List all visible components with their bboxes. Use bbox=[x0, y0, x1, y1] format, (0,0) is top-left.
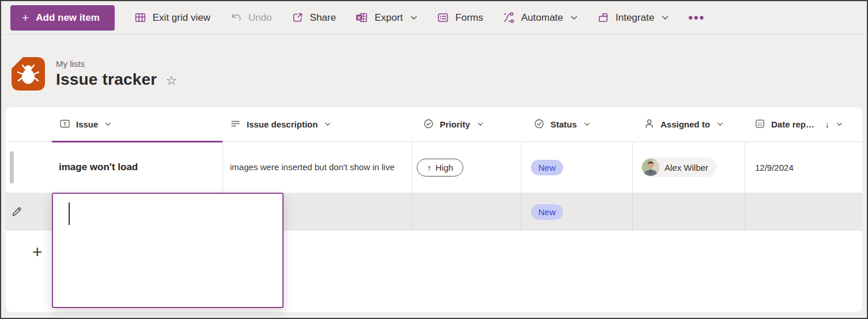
command-bar: + Add new item Exit grid view Undo bbox=[1, 1, 867, 35]
add-row-plus-button[interactable]: + bbox=[32, 243, 43, 261]
list-title-band: My lists Issue tracker ☆ bbox=[1, 35, 867, 107]
choice-column-icon bbox=[423, 118, 434, 131]
calendar-icon bbox=[754, 118, 765, 131]
chevron-down-icon bbox=[477, 122, 484, 126]
column-header-assigned-to[interactable]: Assigned to bbox=[632, 107, 745, 141]
chevron-down-icon bbox=[571, 16, 578, 20]
column-label: Status bbox=[550, 119, 577, 129]
export-button[interactable]: X Export bbox=[356, 12, 417, 24]
grid-view-icon bbox=[134, 12, 146, 24]
exit-grid-view-label: Exit grid view bbox=[153, 12, 210, 24]
chevron-down-icon bbox=[105, 122, 111, 126]
column-header-issue-description[interactable]: Issue description bbox=[222, 107, 412, 141]
more-commands-button[interactable]: ••• bbox=[688, 10, 705, 25]
multiline-text-icon bbox=[230, 118, 241, 131]
column-label: Date rep… bbox=[771, 119, 814, 129]
undo-button[interactable]: Undo bbox=[230, 12, 272, 24]
status-badge[interactable]: New bbox=[531, 160, 563, 175]
forms-icon bbox=[437, 12, 449, 24]
column-header-status[interactable]: Status bbox=[521, 107, 632, 141]
cell-priority[interactable]: ↑ High bbox=[412, 142, 521, 193]
cell-issue[interactable]: image won't load bbox=[52, 142, 222, 193]
cell-assigned-to[interactable]: Alex Wilber bbox=[632, 142, 745, 193]
automate-label: Automate bbox=[521, 12, 563, 24]
status-badge[interactable]: New bbox=[531, 204, 563, 220]
cell-priority[interactable] bbox=[412, 193, 521, 231]
row-gutter bbox=[6, 142, 52, 193]
text-column-t: T bbox=[63, 121, 67, 127]
column-header-priority[interactable]: Priority bbox=[412, 107, 521, 141]
automate-button[interactable]: Automate bbox=[503, 12, 578, 24]
table-row[interactable]: image won't load images were inserted bu… bbox=[6, 142, 862, 193]
cell-date-reported[interactable] bbox=[745, 193, 862, 231]
choice-column-icon bbox=[534, 118, 545, 131]
exit-grid-view-button[interactable]: Exit grid view bbox=[134, 12, 210, 24]
export-excel-icon: X bbox=[356, 12, 368, 24]
integrate-icon bbox=[597, 12, 609, 24]
text-cursor bbox=[69, 202, 70, 225]
export-label: Export bbox=[375, 12, 403, 24]
cell-date-reported[interactable]: 12/9/2024 bbox=[745, 142, 862, 193]
export-x-letter: X bbox=[357, 15, 361, 21]
undo-icon bbox=[230, 12, 242, 24]
share-label: Share bbox=[310, 12, 336, 24]
chevron-down-icon bbox=[410, 16, 417, 20]
grid-header-row: T Issue Issue description bbox=[6, 107, 862, 142]
undo-label: Undo bbox=[248, 12, 272, 24]
row-drag-handle[interactable] bbox=[10, 151, 14, 183]
breadcrumb-my-lists[interactable]: My lists bbox=[56, 59, 85, 69]
cell-issue-description[interactable]: images were inserted but don't show in l… bbox=[222, 142, 412, 193]
cell-status[interactable]: New bbox=[521, 193, 632, 231]
share-button[interactable]: Share bbox=[292, 12, 336, 24]
avatar bbox=[642, 159, 659, 176]
chevron-down-icon bbox=[662, 16, 669, 20]
integrate-button[interactable]: Integrate bbox=[597, 12, 669, 24]
chevron-down-icon bbox=[717, 122, 723, 126]
chevron-down-icon bbox=[324, 122, 331, 126]
column-label: Priority bbox=[440, 119, 470, 129]
date-reported-value: 12/9/2024 bbox=[755, 163, 794, 172]
column-header-date-reported[interactable]: Date rep… ↓ bbox=[745, 107, 862, 141]
list-titles: My lists Issue tracker ☆ bbox=[56, 59, 177, 89]
cell-assigned-to[interactable] bbox=[632, 193, 745, 231]
forms-label: Forms bbox=[455, 12, 483, 24]
forms-button[interactable]: Forms bbox=[437, 12, 483, 24]
chevron-down-icon bbox=[584, 122, 590, 126]
bug-list-icon bbox=[10, 56, 46, 92]
issue-title: image won't load bbox=[59, 162, 138, 173]
chevron-down-icon bbox=[836, 122, 843, 126]
integrate-label: Integrate bbox=[616, 12, 654, 24]
priority-up-arrow-icon: ↑ bbox=[427, 163, 432, 172]
add-new-item-button[interactable]: + Add new item bbox=[10, 5, 115, 31]
column-header-issue[interactable]: T Issue bbox=[52, 107, 222, 141]
priority-value: High bbox=[436, 163, 454, 172]
text-column-icon: T bbox=[59, 118, 70, 131]
page-title: Issue tracker bbox=[56, 70, 157, 89]
column-label: Assigned to bbox=[661, 119, 710, 129]
sort-descending-icon: ↓ bbox=[825, 119, 829, 130]
row-gutter bbox=[6, 193, 52, 231]
issue-cell-editor[interactable] bbox=[52, 193, 284, 308]
favorite-star-icon[interactable]: ☆ bbox=[165, 72, 177, 87]
column-label: Issue bbox=[76, 119, 98, 129]
person-pill[interactable]: Alex Wilber bbox=[641, 157, 716, 177]
plus-icon: + bbox=[22, 12, 29, 24]
priority-pill[interactable]: ↑ High bbox=[417, 159, 463, 177]
share-icon bbox=[292, 12, 304, 24]
pencil-edit-icon bbox=[11, 206, 22, 217]
column-label: Issue description bbox=[247, 119, 318, 129]
issue-description-text: images were inserted but don't show in l… bbox=[230, 161, 406, 174]
person-icon bbox=[644, 118, 655, 131]
add-new-item-label: Add new item bbox=[36, 12, 100, 24]
automate-flow-icon bbox=[503, 12, 515, 24]
assigned-to-name: Alex Wilber bbox=[665, 163, 708, 172]
cell-status[interactable]: New bbox=[521, 142, 632, 193]
